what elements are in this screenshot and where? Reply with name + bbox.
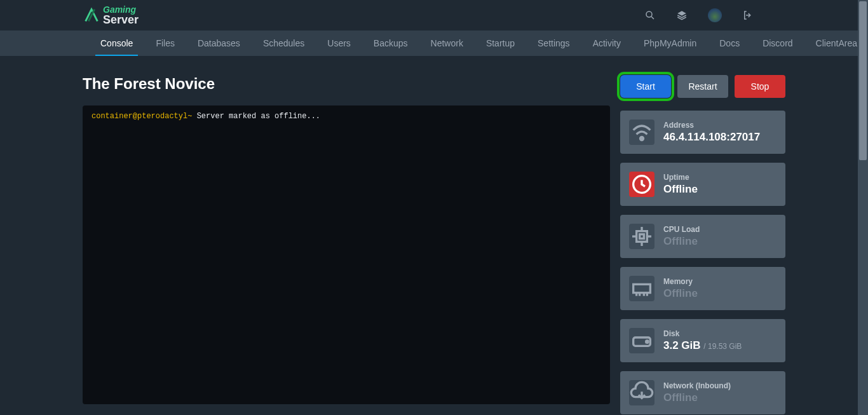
stat-value: Offline <box>663 183 698 196</box>
stat-address: Address 46.4.114.108:27017 <box>620 111 785 154</box>
stat-disk: Disk 3.2 GiB / 19.53 GiB <box>620 319 785 362</box>
avatar[interactable] <box>708 8 722 22</box>
power-buttons: Start Restart Stop <box>620 75 785 98</box>
cloud-download-icon <box>629 380 654 405</box>
svg-rect-5 <box>637 231 648 242</box>
stat-value: 46.4.114.108:27017 <box>663 131 760 144</box>
nav-databases[interactable]: Databases <box>186 31 252 56</box>
server-title: The Forest Novice <box>83 75 610 93</box>
clock-icon <box>629 172 654 197</box>
stat-uptime: Uptime Offline <box>620 163 785 206</box>
logo-mark-icon <box>83 6 100 24</box>
stat-label: Disk <box>663 329 742 338</box>
stat-value: 3.2 GiB / 19.53 GiB <box>663 339 742 352</box>
brand-top: Gaming <box>103 5 139 14</box>
svg-rect-11 <box>634 284 651 292</box>
stat-value: Offline <box>663 235 700 248</box>
nav-users[interactable]: Users <box>316 31 362 56</box>
scrollbar-thumb[interactable] <box>859 1 867 160</box>
brand-logo[interactable]: Gaming Server <box>83 5 139 25</box>
stat-label: Uptime <box>663 173 698 182</box>
memory-icon <box>629 276 654 301</box>
main-column: The Forest Novice container@pterodactyl~… <box>83 75 610 415</box>
nav-schedules[interactable]: Schedules <box>252 31 316 56</box>
stat-label: Network (Inbound) <box>663 381 731 390</box>
navbar: ConsoleFilesDatabasesSchedulesUsersBacku… <box>0 31 868 56</box>
svg-point-3 <box>641 137 644 140</box>
nav-startup[interactable]: Startup <box>475 31 526 56</box>
svg-point-17 <box>646 341 648 343</box>
svg-point-0 <box>646 11 652 17</box>
logout-icon[interactable] <box>742 10 754 21</box>
nav-console[interactable]: Console <box>89 31 144 56</box>
stat-label: Memory <box>663 277 698 286</box>
wifi-icon <box>629 119 654 145</box>
search-icon[interactable] <box>644 10 656 21</box>
nav-docs[interactable]: Docs <box>708 31 751 56</box>
nav-settings[interactable]: Settings <box>526 31 581 56</box>
brand-bottom: Server <box>103 14 139 25</box>
topbar-actions <box>644 8 868 22</box>
restart-button[interactable]: Restart <box>677 75 728 98</box>
svg-rect-6 <box>640 235 644 239</box>
stat-value: Offline <box>663 391 731 404</box>
layers-icon[interactable] <box>676 10 688 21</box>
start-button[interactable]: Start <box>620 75 671 98</box>
nav-discord[interactable]: Discord <box>751 31 804 56</box>
stat-value: Offline <box>663 287 698 300</box>
nav-network[interactable]: Network <box>419 31 475 56</box>
nav-activity[interactable]: Activity <box>581 31 632 56</box>
nav-files[interactable]: Files <box>144 31 186 56</box>
content: The Forest Novice container@pterodactyl~… <box>0 56 868 415</box>
nav-backups[interactable]: Backups <box>362 31 419 56</box>
disk-icon <box>629 328 654 353</box>
stat-memory: Memory Offline <box>620 267 785 310</box>
stat-label: CPU Load <box>663 225 700 234</box>
stat-label: Address <box>663 121 760 130</box>
nav-phpmyadmin[interactable]: PhpMyAdmin <box>632 31 708 56</box>
stop-button[interactable]: Stop <box>735 75 785 98</box>
topbar: Gaming Server <box>0 0 868 31</box>
side-column: Start Restart Stop Address 46.4.114.108:… <box>620 75 785 415</box>
stat-cpu: CPU Load Offline <box>620 215 785 258</box>
svg-line-1 <box>651 17 654 19</box>
console-output[interactable]: container@pterodactyl~ Server marked as … <box>83 105 610 404</box>
cpu-icon <box>629 224 654 249</box>
stat-network-inbound: Network (Inbound) Offline <box>620 371 785 414</box>
scrollbar[interactable] <box>858 0 868 415</box>
